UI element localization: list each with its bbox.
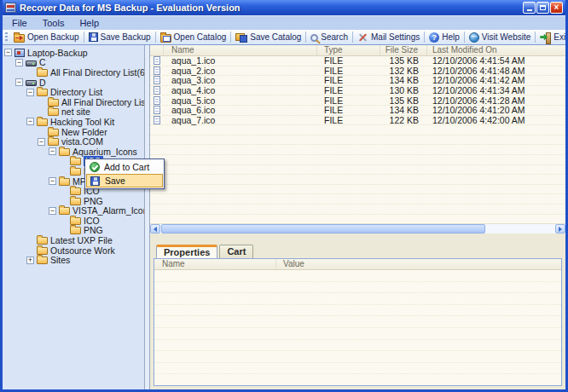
tree-item-all-final-directory-list-6-6[interactable]: All Final Directory List(6-6-	[3, 67, 144, 78]
minus-expander-icon[interactable]: −	[26, 89, 34, 96]
tree-item-outsource-work[interactable]: Outsource Work	[3, 245, 144, 256]
tree-item-laptop-backup[interactable]: −Laptop-Backup	[3, 48, 144, 58]
context-menu-item-save[interactable]: Save	[86, 174, 163, 187]
context-menu-item-add-to-cart[interactable]: Add to Cart	[86, 160, 163, 174]
toolbar-separator	[305, 32, 306, 43]
tree-item-vista-com[interactable]: −vista.COM	[3, 136, 144, 147]
file-type: FILE	[317, 105, 380, 115]
properties-empty-row	[154, 293, 561, 305]
tree-item-label: Aquarium_Icons	[72, 147, 137, 157]
minus-expander-icon[interactable]: −	[49, 147, 56, 155]
tree-item-c[interactable]: −C	[3, 58, 144, 68]
folder-icon	[59, 207, 70, 215]
plus-expander-icon[interactable]: +	[26, 257, 34, 264]
tree-item-all-final-directory-list[interactable]: All Final Directory List	[3, 97, 144, 107]
tab-properties[interactable]: Properties	[156, 245, 217, 258]
minimize-button[interactable]	[523, 2, 536, 14]
folder-icon	[37, 257, 48, 264]
file-type: FILE	[317, 85, 380, 95]
toolbar-button-save-backup[interactable]: Save Backup	[85, 31, 154, 44]
window-title: Recover Data for MS Backup - Evaluation …	[20, 3, 522, 13]
menu-help[interactable]: Help	[72, 16, 107, 30]
file-type: FILE	[317, 115, 380, 125]
tree-item-latest-uxp-file[interactable]: Latest UXP File	[3, 235, 144, 245]
column-header-last-modified[interactable]: Last Modified On	[427, 45, 565, 55]
file-type: FILE	[317, 56, 380, 66]
toolbar-button-help[interactable]: Help	[426, 31, 463, 44]
properties-table-header: Name Value	[154, 259, 561, 270]
table-row[interactable]: aqua_4.icoFILE130 KB12/10/2006 4:41:34 A…	[150, 86, 565, 96]
empty-row	[150, 215, 565, 224]
empty-row	[150, 135, 565, 146]
toolbar-grip-icon[interactable]	[5, 32, 8, 43]
titlebar[interactable]: Recover Data for MS Backup - Evaluation …	[3, 0, 565, 15]
file-modified: 12/10/2006 4:41:20 AM	[427, 105, 565, 115]
file-name: aqua_5.ico	[164, 95, 317, 106]
empty-row	[150, 165, 565, 176]
close-button[interactable]: ×	[550, 2, 563, 14]
file-size: 134 KB	[380, 75, 427, 85]
panel-splitter[interactable]	[144, 45, 150, 389]
help-icon	[429, 32, 439, 43]
minus-expander-icon[interactable]: −	[4, 49, 12, 56]
tree-connector	[38, 128, 45, 135]
tree-item-label: Hacking Tool Kit	[50, 117, 114, 127]
folder-icon	[70, 198, 81, 205]
tree-item-net-site[interactable]: net site	[3, 107, 144, 118]
scroll-left-arrow-icon[interactable]	[150, 224, 160, 233]
menu-file[interactable]: File	[4, 16, 35, 30]
tree-item-vista-alarm-icons[interactable]: −VISTA_Alarm_Icons	[3, 206, 144, 216]
toolbar-button-exit[interactable]: Exit	[536, 31, 565, 44]
tab-cart[interactable]: Cart	[219, 245, 253, 258]
minus-expander-icon[interactable]: −	[38, 138, 45, 146]
drive-icon	[26, 80, 37, 86]
toolbar-separator	[352, 32, 353, 43]
toolbar-button-mail-settings[interactable]: Mail Settings	[354, 31, 423, 44]
maximize-button[interactable]	[536, 2, 549, 14]
tree-item-aquarium-icons[interactable]: −Aquarium_Icons	[3, 147, 144, 157]
table-row[interactable]: aqua_2.icoFILE132 KB12/10/2006 4:41:48 A…	[150, 66, 565, 77]
properties-column-name[interactable]: Name	[154, 259, 276, 269]
toolbar-button-open-backup[interactable]: Open Backup	[10, 31, 83, 44]
minus-expander-icon[interactable]: −	[26, 118, 34, 125]
folder-icon	[48, 129, 59, 136]
properties-column-value[interactable]: Value	[276, 259, 561, 269]
column-header-type[interactable]: Type	[317, 45, 380, 55]
tree-item-directory-list[interactable]: −Directory List	[3, 87, 144, 97]
minus-expander-icon[interactable]: −	[15, 78, 23, 86]
toolbar-button-open-catalog[interactable]: Open Catalog	[157, 31, 230, 44]
tree-item-png[interactable]: PNG	[3, 226, 144, 236]
tree-item-sites[interactable]: +Sites	[3, 255, 144, 265]
folder-icon	[37, 89, 48, 96]
horizontal-scrollbar[interactable]	[150, 223, 565, 233]
table-row[interactable]: aqua_7.icoFILE122 KB12/10/2006 4:42:00 A…	[150, 116, 565, 126]
empty-row	[150, 145, 565, 155]
scroll-right-arrow-icon[interactable]	[555, 224, 565, 233]
scrollbar-thumb[interactable]	[161, 224, 485, 233]
tree-item-new-folder[interactable]: New Folder	[3, 127, 144, 137]
table-row[interactable]: aqua_1.icoFILE135 KB12/10/2006 4:41:54 A…	[150, 56, 565, 66]
menu-tools[interactable]: Tools	[35, 16, 72, 30]
tree-item-d[interactable]: −D	[3, 78, 144, 88]
column-header-file-size[interactable]: File Size	[380, 45, 427, 55]
minus-expander-icon[interactable]: −	[49, 207, 56, 215]
toolbar-button-save-catalog[interactable]: Save Catalog	[232, 31, 304, 44]
toolbar-button-search[interactable]: Search	[307, 31, 351, 44]
toolbar-button-visit-website[interactable]: Visit Website	[466, 31, 534, 44]
minus-expander-icon[interactable]: −	[49, 177, 56, 185]
table-row[interactable]: aqua_3.icoFILE134 KB12/10/2006 4:41:42 A…	[150, 76, 565, 86]
toolbar-button-label: Visit Website	[482, 32, 530, 42]
properties-empty-row	[154, 316, 561, 328]
empty-row	[150, 194, 565, 205]
minus-expander-icon[interactable]: −	[15, 59, 23, 66]
tree-item-png[interactable]: PNG	[3, 196, 144, 206]
save-backup-icon	[89, 32, 98, 42]
column-header-name[interactable]: Name	[164, 45, 317, 55]
tree-item-hacking-tool-kit[interactable]: −Hacking Tool Kit	[3, 117, 144, 127]
save-catalog-icon	[235, 32, 247, 43]
tree-connector	[60, 167, 67, 175]
table-row[interactable]: aqua_5.icoFILE135 KB12/10/2006 4:41:28 A…	[150, 95, 565, 106]
table-row[interactable]: aqua_6.icoFILE134 KB12/10/2006 4:41:20 A…	[150, 106, 565, 116]
tree-item-ico[interactable]: ICO	[3, 216, 144, 226]
folder-icon	[70, 158, 81, 165]
